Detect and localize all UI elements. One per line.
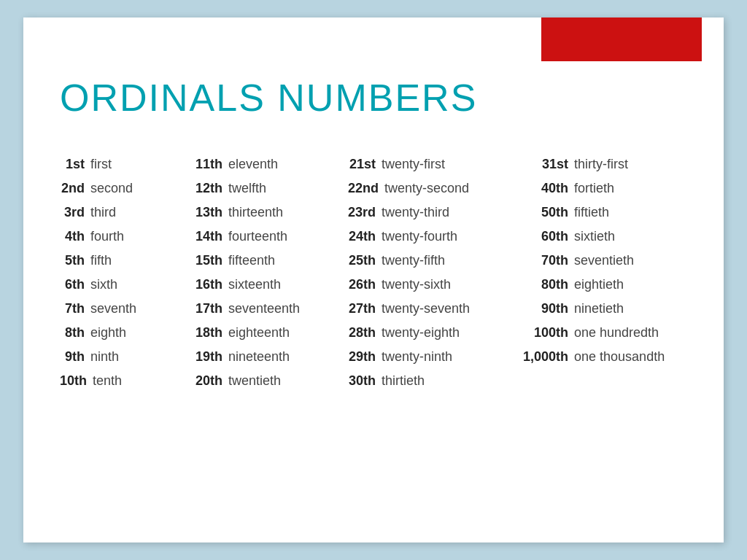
ordinal-word: twenty-second bbox=[384, 181, 501, 196]
ordinal-word: twenty-ninth bbox=[382, 349, 498, 365]
ordinal-number: 5th bbox=[60, 253, 90, 268]
ordinal-word: sixth bbox=[90, 277, 156, 292]
table-row: 11theleventh bbox=[195, 152, 348, 176]
table-row: 40thfortieth bbox=[523, 176, 694, 201]
page-title: ORDINALS NUMBERS bbox=[60, 76, 477, 120]
ordinal-word: twelfth bbox=[228, 181, 338, 196]
ordinal-number: 1st bbox=[60, 157, 90, 172]
ordinal-word: sixteenth bbox=[228, 277, 338, 292]
ordinal-number: 20th bbox=[195, 373, 228, 389]
ordinal-number: 6th bbox=[60, 277, 90, 292]
table-row: 3rdthird bbox=[60, 201, 195, 225]
table-row: 29thtwenty-ninth bbox=[348, 345, 523, 369]
table-row: 100thone hundredth bbox=[523, 321, 694, 345]
ordinal-number: 50th bbox=[523, 205, 574, 220]
ordinal-word: nineteenth bbox=[228, 349, 338, 365]
table-row: 26thtwenty-sixth bbox=[348, 273, 523, 297]
ordinal-word: fiftieth bbox=[574, 205, 684, 220]
table-row: 12thtwelfth bbox=[195, 176, 348, 201]
column-3: 21sttwenty-first22ndtwenty-second23rdtwe… bbox=[348, 152, 523, 393]
table-row: 7thseventh bbox=[60, 297, 195, 321]
table-row: 18theighteenth bbox=[195, 321, 348, 345]
ordinal-number: 25th bbox=[348, 253, 382, 268]
table-row: 2ndsecond bbox=[60, 176, 195, 201]
ordinal-number: 26th bbox=[348, 277, 382, 292]
ordinal-number: 1,000th bbox=[523, 349, 574, 365]
ordinal-number: 70th bbox=[523, 253, 574, 268]
ordinal-word: tenth bbox=[93, 373, 158, 389]
ordinal-word: fourteenth bbox=[228, 229, 338, 244]
table-row: 6thsixth bbox=[60, 273, 195, 297]
ordinal-word: thirty-first bbox=[574, 157, 684, 172]
ordinal-number: 8th bbox=[60, 325, 90, 341]
ordinal-word: twentieth bbox=[228, 373, 338, 389]
ordinal-number: 16th bbox=[195, 277, 228, 292]
ordinal-word: first bbox=[90, 157, 156, 172]
ordinal-number: 17th bbox=[195, 301, 228, 316]
ordinal-number: 40th bbox=[523, 181, 574, 196]
table-row: 25thtwenty-fifth bbox=[348, 249, 523, 273]
column-4: 31stthirty-first40thfortieth50thfiftieth… bbox=[523, 152, 694, 393]
table-row: 90thninetieth bbox=[523, 297, 694, 321]
ordinal-word: sixtieth bbox=[574, 229, 684, 244]
ordinal-number: 3rd bbox=[60, 205, 90, 220]
table-row: 50thfiftieth bbox=[523, 201, 694, 225]
table-row: 8theighth bbox=[60, 321, 195, 345]
ordinal-word: twenty-first bbox=[382, 157, 498, 172]
ordinal-number: 15th bbox=[195, 253, 228, 268]
ordinal-number: 22nd bbox=[348, 181, 384, 196]
ordinal-word: third bbox=[90, 205, 156, 220]
ordinal-number: 2nd bbox=[60, 181, 90, 196]
ordinal-word: thirtieth bbox=[382, 373, 498, 389]
ordinal-number: 4th bbox=[60, 229, 90, 244]
table-row: 16thsixteenth bbox=[195, 273, 348, 297]
table-row: 1stfirst bbox=[60, 152, 195, 176]
ordinal-word: twenty-fifth bbox=[382, 253, 498, 268]
ordinal-number: 28th bbox=[348, 325, 382, 341]
table-row: 27thtwenty-seventh bbox=[348, 297, 523, 321]
ordinal-word: seventeenth bbox=[228, 301, 338, 316]
table-row: 17thseventeenth bbox=[195, 297, 348, 321]
ordinal-word: twenty-sixth bbox=[382, 277, 498, 292]
ordinal-word: fourth bbox=[90, 229, 156, 244]
ordinal-number: 24th bbox=[348, 229, 382, 244]
ordinal-number: 19th bbox=[195, 349, 228, 365]
column-2: 11theleventh12thtwelfth13ththirteenth14t… bbox=[195, 152, 348, 393]
ordinal-word: eleventh bbox=[228, 157, 338, 172]
ordinal-word: fortieth bbox=[574, 181, 684, 196]
ordinal-number: 80th bbox=[523, 277, 574, 292]
table-row: 31stthirty-first bbox=[523, 152, 694, 176]
table-row: 1,000thone thousandth bbox=[523, 345, 694, 369]
table-row: 14thfourteenth bbox=[195, 225, 348, 249]
ordinal-number: 14th bbox=[195, 229, 228, 244]
red-banner bbox=[541, 18, 702, 61]
ordinal-number: 12th bbox=[195, 181, 228, 196]
ordinal-number: 7th bbox=[60, 301, 90, 316]
ordinal-number: 90th bbox=[523, 301, 574, 316]
ordinal-number: 21st bbox=[348, 157, 382, 172]
ordinal-number: 13th bbox=[195, 205, 228, 220]
table-row: 70thseventieth bbox=[523, 249, 694, 273]
table-row: 60thsixtieth bbox=[523, 225, 694, 249]
ordinal-number: 31st bbox=[523, 157, 574, 172]
column-1: 1stfirst2ndsecond3rdthird4thfourth5thfif… bbox=[60, 152, 195, 393]
ordinal-word: twenty-fourth bbox=[382, 229, 498, 244]
table-row: 21sttwenty-first bbox=[348, 152, 523, 176]
ordinal-number: 29th bbox=[348, 349, 382, 365]
ordinal-word: eighth bbox=[90, 325, 156, 341]
ordinal-number: 9th bbox=[60, 349, 90, 365]
ordinal-word: eighteenth bbox=[228, 325, 338, 341]
ordinal-word: ninetieth bbox=[574, 301, 684, 316]
table-row: 22ndtwenty-second bbox=[348, 176, 523, 201]
ordinal-number: 30th bbox=[348, 373, 382, 389]
ordinal-number: 11th bbox=[195, 157, 228, 172]
ordinal-word: second bbox=[90, 181, 156, 196]
table-row: 19thnineteenth bbox=[195, 345, 348, 369]
ordinal-word: fifth bbox=[90, 253, 156, 268]
ordinal-number: 100th bbox=[523, 325, 574, 341]
table-row: 24thtwenty-fourth bbox=[348, 225, 523, 249]
table-row: 23rdtwenty-third bbox=[348, 201, 523, 225]
ordinal-word: twenty-third bbox=[382, 205, 498, 220]
columns-wrapper: 1stfirst2ndsecond3rdthird4thfourth5thfif… bbox=[60, 152, 702, 393]
ordinal-word: twenty-eighth bbox=[382, 325, 498, 341]
